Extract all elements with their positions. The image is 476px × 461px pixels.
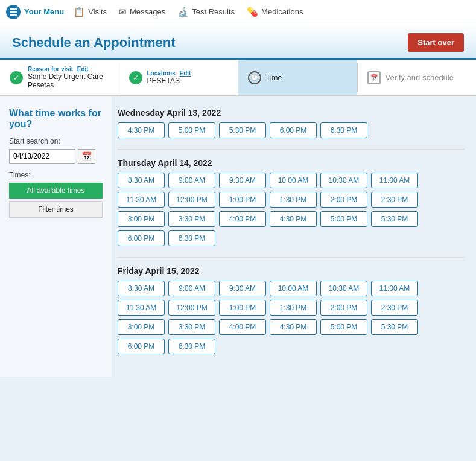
main-content: What time works for you? Start search on…: [0, 96, 476, 377]
step-time: 🕐 Time: [238, 60, 357, 95]
calendar-button[interactable]: 📅: [78, 149, 95, 164]
nav-medications-label: Medications: [261, 7, 303, 16]
step2-top-label: Locations Edit: [147, 70, 191, 77]
nav-visits[interactable]: 📋 Visits: [74, 1, 107, 24]
time-grid: 8:30 AM9:00 AM9:30 AM10:00 AM10:30 AM11:…: [118, 173, 464, 246]
page-header: Schedule an Appointment Start over: [0, 24, 476, 60]
step2-main-label: PESETAS: [147, 77, 191, 85]
time-slot-button[interactable]: 6:30 PM: [168, 339, 215, 354]
day-title: Wednesday April 13, 2022: [118, 108, 464, 118]
time-slot-button[interactable]: 2:00 PM: [320, 192, 367, 208]
time-slot-button[interactable]: 6:30 PM: [320, 122, 367, 138]
time-slot-button[interactable]: 3:00 PM: [118, 319, 165, 335]
time-slot-button[interactable]: 6:00 PM: [118, 230, 165, 246]
time-slot-button[interactable]: 10:00 AM: [270, 173, 317, 188]
step-locations: ✓ Locations Edit PESETAS: [119, 60, 238, 95]
hamburger-icon: [6, 5, 21, 19]
date-input[interactable]: [9, 149, 75, 164]
day-title: Thursday April 14, 2022: [118, 158, 464, 168]
time-slot-button[interactable]: 4:30 PM: [118, 122, 165, 138]
time-slot-button[interactable]: 9:30 AM: [219, 281, 266, 296]
time-slot-button[interactable]: 5:30 PM: [371, 211, 418, 227]
time-slot-button[interactable]: 3:30 PM: [168, 211, 215, 227]
filter-times-button[interactable]: Filter times: [9, 201, 103, 218]
time-slot-button[interactable]: 9:00 AM: [168, 281, 215, 296]
time-slot-button[interactable]: 11:30 AM: [118, 300, 165, 316]
step1-edit-link[interactable]: Edit: [77, 66, 89, 72]
step3-info: Time: [266, 74, 282, 82]
time-slot-button[interactable]: 2:30 PM: [371, 192, 418, 208]
time-slot-button[interactable]: 8:30 AM: [118, 281, 165, 296]
medications-icon: 💊: [247, 7, 258, 17]
time-slot-button[interactable]: 5:30 PM: [371, 319, 418, 335]
menu-button[interactable]: Your Menu: [6, 5, 64, 19]
nav-visits-label: Visits: [88, 7, 107, 16]
time-slot-button[interactable]: 2:00 PM: [320, 300, 367, 316]
day-title: Friday April 15, 2022: [118, 266, 464, 276]
time-slot-button[interactable]: 10:30 AM: [320, 173, 367, 188]
visits-icon: 📋: [74, 7, 85, 17]
time-slot-button[interactable]: 1:00 PM: [219, 192, 266, 208]
start-search-label: Start search on:: [9, 137, 103, 145]
day-section: Friday April 15, 20228:30 AM9:00 AM9:30 …: [118, 266, 464, 354]
nav-messages-label: Messages: [130, 7, 165, 16]
date-input-wrap: 📅: [9, 149, 103, 164]
time-slot-button[interactable]: 3:00 PM: [118, 211, 165, 227]
day-divider: [118, 149, 464, 150]
step2-edit-link[interactable]: Edit: [180, 70, 191, 77]
day-section: Thursday April 14, 20228:30 AM9:00 AM9:3…: [118, 158, 464, 246]
time-slot-button[interactable]: 8:30 AM: [118, 173, 165, 188]
step1-check-icon: ✓: [10, 71, 23, 84]
time-slot-button[interactable]: 1:30 PM: [270, 192, 317, 208]
step4-main-label: Verify and schedule: [386, 73, 454, 82]
step2-check-icon: ✓: [129, 71, 142, 84]
step4-cal-icon: 📅: [367, 71, 381, 84]
nav-items: 📋 Visits ✉ Messages 🔬 Test Results 💊 Med…: [74, 1, 303, 24]
time-grid: 8:30 AM9:00 AM9:30 AM10:00 AM10:30 AM11:…: [118, 281, 464, 354]
step1-top-label: Reason for visit Edit: [28, 66, 109, 72]
top-nav: Your Menu 📋 Visits ✉ Messages 🔬 Test Res…: [0, 0, 476, 24]
all-available-times-button[interactable]: All available times: [9, 183, 103, 199]
step3-clock-icon: 🕐: [248, 71, 261, 84]
time-slot-button[interactable]: 4:00 PM: [219, 319, 266, 335]
time-slot-button[interactable]: 4:00 PM: [219, 211, 266, 227]
time-grid: 4:30 PM5:00 PM5:30 PM6:00 PM6:30 PM: [118, 122, 464, 138]
time-slot-button[interactable]: 5:00 PM: [320, 211, 367, 227]
sidebar: What time works for you? Start search on…: [0, 96, 112, 377]
step-verify-schedule: 📅 Verify and schedule: [358, 60, 477, 95]
page-title: Schedule an Appointment: [12, 35, 176, 51]
time-slot-button[interactable]: 5:00 PM: [320, 319, 367, 335]
test-results-icon: 🔬: [177, 7, 189, 17]
time-slot-button[interactable]: 11:00 AM: [371, 173, 418, 188]
step-reason-for-visit: ✓ Reason for visit Edit Same Day Urgent …: [0, 60, 119, 95]
time-slot-button[interactable]: 12:00 PM: [168, 192, 215, 208]
schedule-area: Wednesday April 13, 20224:30 PM5:00 PM5:…: [112, 96, 476, 377]
time-slot-button[interactable]: 1:30 PM: [270, 300, 317, 316]
time-slot-button[interactable]: 3:30 PM: [168, 319, 215, 335]
time-slot-button[interactable]: 1:00 PM: [219, 300, 266, 316]
progress-bar: ✓ Reason for visit Edit Same Day Urgent …: [0, 60, 476, 96]
time-slot-button[interactable]: 11:00 AM: [371, 281, 418, 296]
nav-messages[interactable]: ✉ Messages: [119, 1, 165, 24]
time-slot-button[interactable]: 6:30 PM: [168, 230, 215, 246]
time-slot-button[interactable]: 9:30 AM: [219, 173, 266, 188]
time-slot-button[interactable]: 10:30 AM: [320, 281, 367, 296]
time-slot-button[interactable]: 11:30 AM: [118, 192, 165, 208]
time-slot-button[interactable]: 9:00 AM: [168, 173, 215, 188]
time-slot-button[interactable]: 4:30 PM: [270, 319, 317, 335]
time-slot-button[interactable]: 10:00 AM: [270, 281, 317, 296]
time-slot-button[interactable]: 12:00 PM: [168, 300, 215, 316]
messages-icon: ✉: [119, 7, 127, 17]
day-divider: [118, 257, 464, 258]
time-slot-button[interactable]: 4:30 PM: [270, 211, 317, 227]
step1-info: Reason for visit Edit Same Day Urgent Ca…: [28, 66, 109, 89]
nav-test-results[interactable]: 🔬 Test Results: [177, 1, 235, 24]
times-label: Times:: [9, 171, 103, 179]
nav-medications[interactable]: 💊 Medications: [247, 1, 303, 24]
time-slot-button[interactable]: 5:00 PM: [168, 122, 215, 138]
time-slot-button[interactable]: 2:30 PM: [371, 300, 418, 316]
time-slot-button[interactable]: 6:00 PM: [270, 122, 317, 138]
start-over-button[interactable]: Start over: [408, 33, 464, 52]
time-slot-button[interactable]: 5:30 PM: [219, 122, 266, 138]
time-slot-button[interactable]: 6:00 PM: [118, 339, 165, 354]
